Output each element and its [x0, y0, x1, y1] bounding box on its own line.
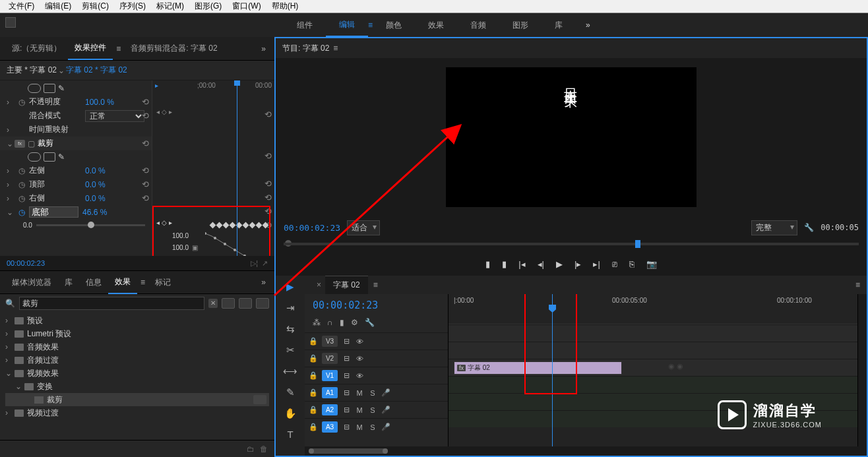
program-scrubber[interactable] [284, 239, 859, 252]
slider-knob[interactable] [88, 222, 94, 228]
track-badge-v2[interactable]: V2 [322, 353, 338, 364]
ripple-tool-icon[interactable]: ⇆ [286, 323, 295, 335]
tab-audio-mixer[interactable]: 音频剪辑混合器: 字幕 02 [124, 38, 224, 59]
timeline-vscroll[interactable] [857, 294, 867, 446]
menu-window[interactable]: 窗口(W) [227, 1, 266, 12]
ws-tab-audio[interactable]: 音频 [457, 15, 499, 36]
rect-mask-icon[interactable] [44, 84, 55, 93]
snap-icon[interactable]: ⁂ [313, 318, 321, 327]
lock-icon[interactable]: 🔒 [309, 354, 318, 363]
timeline-hscroll[interactable] [305, 446, 867, 456]
ws-tab-menu-icon[interactable]: ≡ [368, 20, 373, 30]
extract-icon[interactable]: ⎘ [629, 259, 635, 269]
rect-mask-icon[interactable] [44, 152, 55, 162]
ec-crumb-clip[interactable]: 字幕 02 * 字幕 02 [66, 65, 127, 76]
reset-icon[interactable]: ⟲ [142, 97, 149, 107]
tree-transform[interactable]: ⌄变换 [5, 380, 269, 393]
go-to-in-icon[interactable]: |◂ [518, 259, 525, 269]
filter-chip-3[interactable] [256, 298, 269, 309]
filter-chip-1[interactable] [222, 298, 235, 309]
solo-icon[interactable]: S [368, 389, 377, 397]
ws-tab-color[interactable]: 颜色 [373, 15, 415, 36]
fx-badge-icon[interactable]: fx [15, 140, 25, 148]
add-kf-icon[interactable]: ▣ [192, 244, 198, 251]
browser-tabs-more-icon[interactable]: » [258, 278, 269, 287]
home-icon[interactable] [5, 17, 16, 28]
label-bottom-input[interactable] [29, 206, 78, 218]
menu-graphics[interactable]: 图形(G) [189, 1, 227, 12]
slider-track[interactable] [36, 224, 145, 226]
ec-playhead[interactable] [237, 80, 237, 256]
timeline-tab-close-icon[interactable]: × [313, 277, 325, 293]
chevron-down-icon[interactable]: ⌄ [57, 66, 66, 75]
toggle-icon[interactable]: › [7, 194, 15, 203]
blend-mode-select[interactable]: 正常 [85, 110, 144, 122]
ec-timecode[interactable]: 00:00:02:23 [7, 259, 45, 267]
track-v1[interactable]: fx字幕 02 ◉ ◉ [449, 359, 857, 376]
clip-subtitle[interactable]: fx字幕 02 [454, 361, 622, 375]
pen-mask-icon[interactable]: ✎ [58, 152, 65, 162]
program-quality-select[interactable]: 完整 [751, 220, 797, 235]
slip-tool-icon[interactable]: ⟷ [283, 365, 297, 377]
ec-keyframe-timeline[interactable]: ▸ ;00:00 00:00 ◂ ◇ ▸ ⟲ ⟲ ⟲ ⟲ ⟲ [152, 80, 274, 256]
razor-tool-icon[interactable]: ✂ [286, 344, 295, 356]
lock-icon[interactable]: 🔒 [309, 388, 318, 397]
eye-icon[interactable]: 👁 [355, 355, 364, 363]
tab-libraries[interactable]: 库 [58, 272, 79, 293]
lock-icon[interactable]: 🔒 [309, 406, 318, 414]
tab-effect-controls[interactable]: 效果控件 [68, 37, 113, 60]
delete-icon[interactable]: 🗑 [260, 444, 268, 454]
reset-icon[interactable]: ⟲ [264, 206, 272, 216]
menu-marker[interactable]: 标记(M) [151, 1, 189, 12]
timeline-timecode[interactable]: 00:00:02:23 [305, 294, 448, 317]
value-right[interactable]: 0.0 % [85, 194, 106, 203]
tab-effect-controls-menu-icon[interactable]: ≡ [113, 44, 124, 53]
filter-chip-2[interactable] [239, 298, 252, 309]
kf-graph-bottom[interactable]: 100.0 100.0 ▣ 0.0 [152, 232, 274, 256]
kf-row-bottom[interactable]: ◂ ◇ ▸ ⟲ [152, 218, 274, 232]
tab-media-browser[interactable]: 媒体浏览器 [5, 272, 58, 293]
tree-video-trans[interactable]: ›视频过渡 [5, 406, 269, 419]
toggle-icon[interactable]: › [7, 180, 15, 189]
sync-lock-icon[interactable]: ⊟ [342, 371, 351, 380]
voice-icon[interactable]: 🎤 [381, 423, 390, 431]
tab-info[interactable]: 信息 [79, 272, 108, 293]
tab-source[interactable]: 源:（无剪辑） [5, 38, 68, 59]
tree-audio-trans[interactable]: ›音频过渡 [5, 353, 269, 367]
track-badge-v1[interactable]: V1 [322, 370, 338, 381]
sync-lock-icon[interactable]: ⊟ [342, 388, 351, 397]
ws-tab-effects[interactable]: 效果 [415, 15, 457, 36]
tab-markers[interactable]: 标记 [148, 272, 177, 293]
stopwatch-active-icon[interactable]: ◷ [17, 208, 26, 217]
mark-out-icon[interactable]: ▮ [502, 259, 507, 269]
selection-tool-icon[interactable]: ▶ [286, 281, 294, 293]
ellipse-mask-icon[interactable] [28, 152, 41, 162]
stopwatch-icon[interactable]: ◷ [17, 194, 26, 203]
lock-icon[interactable]: 🔒 [309, 423, 318, 431]
value-bottom[interactable]: 46.6 % [82, 208, 107, 217]
tree-lumetri[interactable]: ›Lumetri 预设 [5, 327, 269, 340]
value-opacity[interactable]: 100.0 % [85, 98, 114, 107]
track-select-tool-icon[interactable]: ⇥ [286, 302, 295, 314]
pen-mask-icon[interactable]: ✎ [58, 84, 65, 93]
track-badge-a3[interactable]: A3 [322, 421, 338, 433]
tree-audio-fx[interactable]: ›音频效果 [5, 340, 269, 353]
stopwatch-icon[interactable]: ◷ [17, 98, 26, 107]
pen-tool-icon[interactable]: ✎ [286, 386, 295, 398]
ellipse-mask-icon[interactable] [28, 84, 41, 93]
track-badge-v3[interactable]: V3 [322, 336, 338, 347]
program-timecode[interactable]: 00:00:02:23 [284, 223, 340, 233]
clear-search-icon[interactable]: ✕ [208, 299, 218, 308]
menu-clip[interactable]: 剪辑(C) [77, 1, 114, 12]
sync-lock-icon[interactable]: ⊟ [342, 337, 351, 346]
eye-icon[interactable]: 👁 [355, 372, 364, 380]
toggle-icon[interactable]: › [7, 98, 15, 107]
bottom-slider[interactable]: 0.0 [0, 219, 152, 231]
wrench-icon[interactable]: 🔧 [365, 318, 375, 327]
voice-icon[interactable]: 🎤 [381, 388, 390, 397]
tab-effects[interactable]: 效果 [108, 271, 137, 294]
play-icon[interactable]: ▶ [556, 259, 563, 269]
menu-file[interactable]: 文件(F) [3, 1, 40, 12]
ws-tab-libraries[interactable]: 库 [542, 15, 576, 36]
reset-icon[interactable]: ⟲ [142, 179, 149, 189]
